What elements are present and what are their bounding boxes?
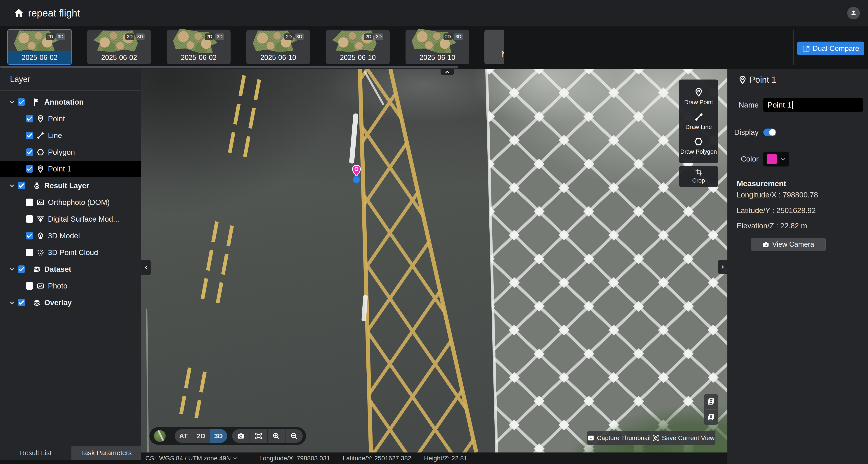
dataset-icon xyxy=(33,265,41,273)
thumbnail-card[interactable]: 2D3D2025-06-02 xyxy=(8,30,71,64)
checkbox[interactable] xyxy=(26,199,33,206)
draw-polygon-button[interactable]: Draw Polygon xyxy=(680,137,717,155)
minimap-thumbnail[interactable] xyxy=(154,430,166,442)
thumbnail-date: 2025-06-10 xyxy=(246,51,310,64)
user-avatar[interactable] xyxy=(847,7,860,20)
layer-row-overlay[interactable]: Overlay xyxy=(0,294,141,311)
chevron-down-icon[interactable] xyxy=(9,300,15,306)
view-mode-at[interactable]: AT xyxy=(175,429,192,443)
thumbnail-card-partial[interactable]: N xyxy=(485,30,504,64)
tab-task-parameters[interactable]: Task Parameters xyxy=(71,446,141,460)
cube-brackets-icon xyxy=(652,435,659,441)
badge-3d[interactable]: 3D xyxy=(374,33,383,40)
thumbnail-date: 2025-06-02 xyxy=(167,51,230,64)
pin-icon xyxy=(738,75,747,84)
point-marker[interactable] xyxy=(351,165,362,177)
badge-3d[interactable]: 3D xyxy=(454,33,463,40)
checkbox[interactable] xyxy=(26,282,33,290)
collapse-left-panel-tab[interactable] xyxy=(141,260,151,275)
checkbox[interactable] xyxy=(18,265,25,273)
thumbnail-card[interactable]: 2D3D2025-06-10 xyxy=(246,30,310,64)
thumbnail-card[interactable]: 2D3D2025-06-10 xyxy=(326,30,390,64)
layer-row-point-1[interactable]: Point 1 xyxy=(0,161,141,177)
status-height: Height/Z: 22.81 xyxy=(424,455,467,462)
medal-icon: ★ xyxy=(33,182,41,190)
checkbox[interactable] xyxy=(18,98,25,106)
badge-2d[interactable]: 2D xyxy=(284,33,293,40)
crop-button[interactable]: Crop xyxy=(679,166,718,187)
badge-2d[interactable]: 2D xyxy=(205,33,214,40)
chevron-down-icon[interactable] xyxy=(9,99,15,105)
checkbox[interactable] xyxy=(18,182,25,189)
thumbnail-scrollbar[interactable] xyxy=(0,66,458,68)
name-input[interactable]: Point 1 xyxy=(763,98,863,112)
collapse-strip-tab[interactable] xyxy=(440,69,454,75)
view-camera-button[interactable]: View Camera xyxy=(751,238,826,251)
checkbox[interactable] xyxy=(26,148,33,156)
inspector-panel: Point 1 Name Point 1 Display Color Measu… xyxy=(727,69,868,464)
layer-label: Line xyxy=(48,127,62,144)
fit-view-icon xyxy=(255,432,262,440)
image-icon xyxy=(37,199,44,206)
thumbnail-card[interactable]: 2D3D2025-06-02 xyxy=(87,30,151,64)
chevron-right-icon xyxy=(720,265,725,269)
chevron-down-icon[interactable] xyxy=(9,183,15,189)
view-mode-2d[interactable]: 2D xyxy=(192,429,210,443)
tab-result-list[interactable]: Result List xyxy=(0,446,71,460)
layer-row-photo[interactable]: Photo xyxy=(0,278,141,294)
draw-point-button[interactable]: Draw Point xyxy=(684,88,713,106)
wireframe-cube-icon[interactable] xyxy=(706,396,716,406)
zoom-in-button[interactable] xyxy=(267,429,285,443)
badge-3d[interactable]: 3D xyxy=(135,33,145,40)
draw-line-button[interactable]: Draw Line xyxy=(685,112,712,131)
collapse-right-panel-tab[interactable] xyxy=(718,260,727,274)
checkbox[interactable] xyxy=(26,232,33,239)
checkbox[interactable] xyxy=(18,299,25,306)
layer-row-result-layer[interactable]: ★Result Layer xyxy=(0,177,141,194)
color-picker-button[interactable] xyxy=(763,152,789,166)
line-icon xyxy=(37,132,44,139)
checkbox[interactable] xyxy=(26,115,33,123)
layer-row-polygon[interactable]: Polygon xyxy=(0,144,141,161)
cs-selector[interactable]: WGS 84 / UTM zone 49N xyxy=(159,455,231,462)
thumbnail-card[interactable]: 2D3D2025-06-02 xyxy=(167,30,230,64)
layer-row-orthophoto-dom[interactable]: Orthophoto (DOM) xyxy=(0,194,141,211)
map-viewport[interactable]: Draw Point Draw Line Draw Polygon Crop A… xyxy=(141,69,727,453)
layer-row-3d-model[interactable]: 3D Model xyxy=(0,228,141,244)
layer-row-line[interactable]: Line xyxy=(0,127,141,144)
layer-row-3d-point-cloud[interactable]: 3D Point Cloud xyxy=(0,244,141,261)
dual-compare-button[interactable]: Dual Compare xyxy=(797,41,864,55)
camera-icon xyxy=(763,241,769,248)
fit-view-button[interactable] xyxy=(250,429,268,443)
chevron-down-icon[interactable] xyxy=(232,456,238,461)
layer-row-annotation[interactable]: Annotation xyxy=(0,94,141,110)
badge-3d[interactable]: 3D xyxy=(215,33,224,40)
solid-cube-icon[interactable] xyxy=(706,412,716,422)
capture-thumbnail-button[interactable]: Capture Thumbnail xyxy=(587,431,651,445)
layer-row-dataset[interactable]: Dataset xyxy=(0,261,141,278)
checkbox[interactable] xyxy=(26,132,33,139)
badge-2d[interactable]: 2D xyxy=(364,33,373,40)
chevron-down-icon[interactable] xyxy=(9,266,15,272)
view-mode-3d[interactable]: 3D xyxy=(210,429,227,443)
measurement-longitude: Longitude/X : 798800.78 xyxy=(737,191,818,199)
badge-2d[interactable]: 2D xyxy=(125,33,134,40)
checkbox[interactable] xyxy=(26,249,33,256)
measurement-elevation: Elevation/Z : 22.82 m xyxy=(737,222,807,230)
thumbnail-card[interactable]: 2D3D2025-06-10 xyxy=(405,30,469,64)
view-actions-bar: Capture Thumbnail Save Current View xyxy=(587,431,715,445)
save-current-view-button[interactable]: Save Current View xyxy=(651,431,715,445)
checkbox[interactable] xyxy=(26,165,33,173)
crop-label: Crop xyxy=(692,177,705,184)
screenshot-button[interactable] xyxy=(232,429,250,443)
home-icon[interactable] xyxy=(13,8,24,18)
checkbox[interactable] xyxy=(26,215,33,223)
layer-row-point[interactable]: Point xyxy=(0,110,141,127)
layer-row-digital-surface-mod[interactable]: Digital Surface Mod... xyxy=(0,211,141,228)
display-toggle[interactable] xyxy=(763,129,776,136)
badge-2d[interactable]: 2D xyxy=(46,33,55,40)
badge-2d[interactable]: 2D xyxy=(443,33,453,40)
badge-3d[interactable]: 3D xyxy=(295,33,304,40)
zoom-out-button[interactable] xyxy=(285,429,303,443)
badge-3d[interactable]: 3D xyxy=(56,33,65,40)
